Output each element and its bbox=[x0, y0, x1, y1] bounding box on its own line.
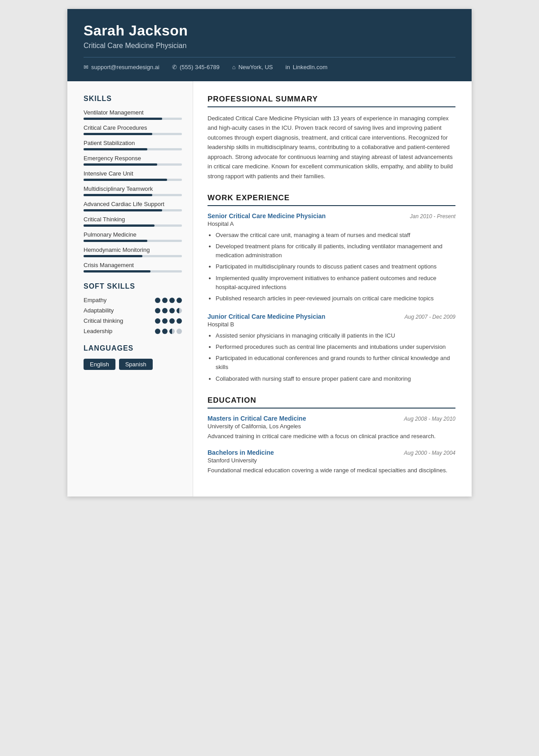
linkedin-icon: in bbox=[286, 64, 290, 70]
skill-bar-fill bbox=[84, 179, 167, 181]
job-dates: Jan 2010 - Present bbox=[410, 213, 455, 220]
job-dates: Aug 2007 - Dec 2009 bbox=[405, 314, 455, 320]
skill-name: Advanced Cardiac Life Support bbox=[84, 201, 182, 207]
soft-skill-name: Critical thinking bbox=[84, 317, 123, 324]
skill-name: Multidisciplinary Teamwork bbox=[84, 185, 182, 192]
summary-text: Dedicated Critical Care Medicine Physici… bbox=[208, 114, 455, 181]
edu-entry: Masters in Critical Care Medicine Aug 20… bbox=[208, 415, 455, 441]
skill-item: Crisis Management bbox=[84, 262, 182, 273]
edu-school: Stanford University bbox=[208, 457, 455, 464]
edu-dates: Aug 2000 - May 2004 bbox=[404, 450, 455, 456]
edu-degree: Masters in Critical Care Medicine bbox=[208, 415, 306, 422]
skill-bar-bg bbox=[84, 194, 182, 196]
header-divider bbox=[84, 57, 455, 57]
skill-bar-fill bbox=[84, 118, 162, 120]
soft-skill-name: Leadership bbox=[84, 328, 112, 334]
soft-skills-section: SOFT SKILLS Empathy Adaptability Critica… bbox=[84, 282, 182, 334]
skill-bar-bg bbox=[84, 270, 182, 273]
dot-filled bbox=[155, 308, 160, 313]
job-title: Junior Critical Care Medicine Physician bbox=[208, 313, 325, 320]
job-bullets: Oversaw the critical care unit, managing… bbox=[208, 231, 455, 303]
edu-dates: Aug 2008 - May 2010 bbox=[404, 416, 455, 422]
skill-item: Critical Care Procedures bbox=[84, 124, 182, 135]
soft-skill-item: Empathy bbox=[84, 297, 182, 303]
summary-section: PROFESSIONAL SUMMARY Dedicated Critical … bbox=[208, 95, 455, 181]
dot-filled bbox=[155, 298, 160, 303]
bullet-item: Performed procedures such as central lin… bbox=[216, 343, 455, 352]
language-tag: Spanish bbox=[119, 359, 153, 370]
contact-phone: ✆ (555) 345-6789 bbox=[172, 64, 220, 70]
skill-item: Pulmonary Medicine bbox=[84, 231, 182, 242]
skill-bar-fill bbox=[84, 209, 162, 211]
skill-name: Intensive Care Unit bbox=[84, 170, 182, 177]
skill-bar-fill bbox=[84, 133, 152, 135]
email-icon: ✉ bbox=[84, 64, 88, 70]
skill-item: Critical Thinking bbox=[84, 216, 182, 227]
skill-bar-bg bbox=[84, 179, 182, 181]
skill-name: Critical Care Procedures bbox=[84, 124, 182, 131]
languages-title: LANGUAGES bbox=[84, 344, 182, 352]
skill-bar-fill bbox=[84, 240, 147, 242]
bullet-item: Published research articles in peer-revi… bbox=[216, 294, 455, 303]
soft-skill-dots bbox=[155, 298, 182, 303]
soft-skill-item: Leadership bbox=[84, 328, 182, 334]
education-title: EDUCATION bbox=[208, 396, 455, 409]
jobs-list: Senior Critical Care Medicine Physician … bbox=[208, 212, 455, 383]
skill-item: Ventilator Management bbox=[84, 109, 182, 120]
skill-item: Intensive Care Unit bbox=[84, 170, 182, 181]
bullet-item: Participated in educational conferences … bbox=[216, 354, 455, 372]
dot-filled bbox=[169, 298, 175, 303]
skill-name: Pulmonary Medicine bbox=[84, 231, 182, 238]
bullet-item: Participated in multidisciplinary rounds… bbox=[216, 262, 455, 271]
dot-half bbox=[169, 329, 175, 334]
dot-filled bbox=[155, 318, 160, 324]
bullet-item: Oversaw the critical care unit, managing… bbox=[216, 231, 455, 240]
dot-filled bbox=[169, 318, 175, 324]
skill-bar-fill bbox=[84, 270, 150, 273]
soft-skill-dots bbox=[155, 329, 182, 334]
dot-filled bbox=[162, 318, 168, 324]
resume-wrapper: Sarah Jackson Critical Care Medicine Phy… bbox=[67, 9, 472, 497]
edu-school: University of California, Los Angeles bbox=[208, 423, 455, 430]
language-tags: EnglishSpanish bbox=[84, 359, 182, 370]
phone-icon: ✆ bbox=[172, 64, 177, 70]
skill-bar-bg bbox=[84, 240, 182, 242]
contact-location: ⌂ NewYork, US bbox=[232, 64, 273, 70]
skill-bar-bg bbox=[84, 148, 182, 150]
header-section: Sarah Jackson Critical Care Medicine Phy… bbox=[67, 9, 472, 81]
skills-list: Ventilator Management Critical Care Proc… bbox=[84, 109, 182, 273]
job-title: Senior Critical Care Medicine Physician bbox=[208, 212, 326, 220]
language-tag: English bbox=[84, 359, 115, 370]
soft-skill-name: Empathy bbox=[84, 297, 106, 303]
skill-name: Hemodynamic Monitoring bbox=[84, 246, 182, 253]
soft-skills-title: SOFT SKILLS bbox=[84, 282, 182, 290]
body-section: SKILLS Ventilator Management Critical Ca… bbox=[67, 81, 472, 497]
edu-header: Bachelors in Medicine Aug 2000 - May 200… bbox=[208, 449, 455, 456]
contact-bar: ✉ support@resumedesign.ai ✆ (555) 345-67… bbox=[84, 64, 455, 70]
edu-entry: Bachelors in Medicine Aug 2000 - May 200… bbox=[208, 449, 455, 475]
skill-bar-bg bbox=[84, 209, 182, 211]
job-bullets: Assisted senior physicians in managing c… bbox=[208, 331, 455, 383]
contact-linkedin: in LinkedIn.com bbox=[286, 64, 327, 70]
soft-skill-item: Adaptability bbox=[84, 307, 182, 314]
skill-bar-fill bbox=[84, 255, 142, 257]
bullet-item: Collaborated with nursing staff to ensur… bbox=[216, 374, 455, 383]
job-entry: Junior Critical Care Medicine Physician … bbox=[208, 313, 455, 383]
skill-bar-bg bbox=[84, 255, 182, 257]
work-title: WORK EXPERIENCE bbox=[208, 193, 455, 206]
edu-degree: Bachelors in Medicine bbox=[208, 449, 274, 456]
dot-filled bbox=[177, 298, 182, 303]
dot-filled bbox=[162, 298, 168, 303]
bullet-item: Developed treatment plans for critically… bbox=[216, 242, 455, 260]
contact-email: ✉ support@resumedesign.ai bbox=[84, 64, 159, 70]
edu-desc: Advanced training in critical care medic… bbox=[208, 432, 455, 441]
skill-bar-fill bbox=[84, 194, 152, 196]
bullet-item: Implemented quality improvement initiati… bbox=[216, 274, 455, 292]
education-list: Masters in Critical Care Medicine Aug 20… bbox=[208, 415, 455, 475]
location-icon: ⌂ bbox=[232, 64, 236, 70]
skill-bar-bg bbox=[84, 118, 182, 120]
dot-filled bbox=[177, 318, 182, 324]
skill-bar-fill bbox=[84, 163, 157, 166]
skill-name: Emergency Response bbox=[84, 155, 182, 162]
soft-skill-item: Critical thinking bbox=[84, 317, 182, 324]
